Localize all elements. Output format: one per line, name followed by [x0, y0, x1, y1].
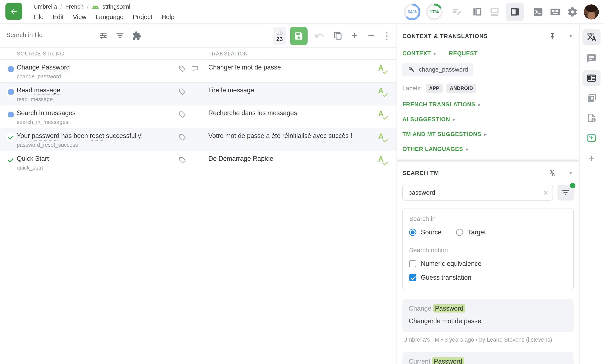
- back-button[interactable]: [5, 3, 22, 20]
- chevron-right-icon: ▸: [466, 147, 469, 152]
- section-other-languages[interactable]: OTHER LANGUAGES▸: [402, 146, 574, 152]
- comment-icon[interactable]: [191, 65, 199, 72]
- column-translation: TRANSLATION: [208, 51, 248, 57]
- tag-icon[interactable]: [178, 111, 186, 118]
- breadcrumb-project[interactable]: Umbrella: [34, 3, 57, 10]
- tag-icon[interactable]: [178, 156, 186, 164]
- panel-rail: +: [579, 24, 603, 364]
- counter-current: 15: [276, 30, 283, 36]
- user-avatar[interactable]: [584, 4, 599, 20]
- checkbox-numeric-equivalence[interactable]: Numeric equivalence: [409, 260, 567, 268]
- tm-search-input[interactable]: [408, 185, 534, 200]
- pin-icon[interactable]: [548, 32, 557, 41]
- add-panel-icon[interactable]: +: [582, 150, 601, 166]
- tasks-icon[interactable]: [451, 6, 463, 18]
- tab-context[interactable]: CONTEXT ▸: [402, 50, 436, 57]
- string-key: read_message: [17, 96, 53, 102]
- translation-text[interactable]: Recherche dans les messages: [208, 109, 297, 117]
- string-counter: 15 23: [273, 27, 286, 45]
- chevron-right-icon: ▸: [453, 117, 456, 122]
- context-panel-icon[interactable]: [582, 70, 601, 86]
- tab-request[interactable]: REQUEST: [449, 50, 478, 57]
- menu-project[interactable]: Project: [133, 13, 152, 21]
- filter-list-icon[interactable]: [115, 31, 125, 41]
- label-chip-android[interactable]: ANDROID: [446, 84, 476, 93]
- label-chip-app[interactable]: APP: [426, 84, 443, 93]
- translation-text[interactable]: Lire le message: [208, 86, 254, 94]
- source-string[interactable]: Your password has been reset successfull…: [17, 132, 143, 140]
- filter-active-badge: [570, 183, 575, 188]
- terminal-icon[interactable]: [532, 6, 544, 18]
- tm-result-source: Change Password: [409, 305, 568, 312]
- add-string-button[interactable]: +: [348, 29, 361, 42]
- duplicate-icon[interactable]: [333, 31, 343, 41]
- section-french-translations[interactable]: FRENCH TRANSLATIONS▸: [402, 101, 574, 108]
- search-options-card: Search in Source Target Search option Nu…: [402, 208, 574, 290]
- spellcheck-approved-icon[interactable]: A: [378, 64, 389, 75]
- menu-file[interactable]: File: [34, 13, 44, 21]
- file-info-panel-icon[interactable]: [582, 110, 601, 125]
- spellcheck-approved-icon[interactable]: A: [378, 132, 389, 143]
- source-string[interactable]: Read message: [17, 86, 60, 94]
- keyboard-icon[interactable]: [549, 6, 561, 18]
- source-string[interactable]: Change Password: [17, 64, 70, 71]
- comments-panel-icon[interactable]: [582, 51, 601, 66]
- layout-bottom-panel-icon[interactable]: [489, 6, 500, 18]
- breadcrumb-file[interactable]: strings.xml: [102, 3, 130, 10]
- undo-icon[interactable]: [314, 31, 325, 41]
- layout-right-panel-icon[interactable]: [506, 3, 524, 21]
- clear-search-icon[interactable]: ×: [543, 188, 548, 197]
- display-settings-icon[interactable]: [98, 31, 108, 41]
- plugins-puzzle-icon[interactable]: [131, 31, 142, 41]
- tag-icon[interactable]: [178, 88, 186, 95]
- tm-result-card[interactable]: Change Password Changer le mot de passe: [402, 299, 574, 332]
- menu-language[interactable]: Language: [96, 13, 124, 21]
- layout-left-panel-icon[interactable]: [472, 6, 483, 18]
- checkbox-checked-icon: [409, 274, 416, 281]
- settings-gear-icon[interactable]: [567, 6, 578, 18]
- spellcheck-approved-icon[interactable]: A: [378, 155, 389, 166]
- tm-result-card[interactable]: Current Password Mot de passe actuel!!!: [402, 352, 574, 364]
- remove-string-button[interactable]: −: [365, 29, 377, 42]
- panel-dropdown-icon[interactable]: ▾: [569, 33, 572, 39]
- tag-icon[interactable]: [178, 65, 186, 72]
- string-key-chip[interactable]: change_password: [402, 63, 473, 76]
- translation-text[interactable]: Votre mot de passe a été réinitialisé av…: [208, 132, 352, 140]
- menu-view[interactable]: View: [73, 13, 86, 21]
- spellcheck-approved-icon[interactable]: A: [378, 86, 389, 98]
- search-option-label: Search option: [409, 247, 567, 254]
- search-in-file-input[interactable]: [6, 31, 86, 38]
- section-tm-mt-suggestions[interactable]: TM AND MT SUGGESTIONS▸: [402, 131, 574, 137]
- save-button[interactable]: [290, 27, 308, 45]
- unpin-icon[interactable]: [548, 169, 557, 178]
- ai-panel-icon[interactable]: [582, 130, 601, 146]
- table-row[interactable]: Change Password change_password Changer …: [0, 60, 396, 83]
- translate-panel-icon[interactable]: [582, 29, 601, 45]
- radio-source[interactable]: Source: [409, 228, 441, 236]
- source-string[interactable]: Search in messages: [17, 109, 76, 117]
- progress-ring-translated[interactable]: 64%: [404, 4, 420, 20]
- search-tm-dropdown-icon[interactable]: ▾: [569, 170, 572, 176]
- translation-text[interactable]: Changer le mot de passe: [208, 64, 281, 71]
- menu-help[interactable]: Help: [162, 13, 174, 21]
- tm-filter-button[interactable]: [557, 185, 574, 201]
- menu-edit[interactable]: Edit: [53, 13, 64, 21]
- checkbox-guess-translation[interactable]: Guess translation: [409, 274, 567, 281]
- translation-text[interactable]: De Démarrage Rapide: [208, 155, 273, 162]
- table-row[interactable]: Your password has been reset successfull…: [0, 128, 396, 151]
- table-row[interactable]: Search in messages search_in_messages Re…: [0, 105, 396, 128]
- progress-ring-reviewed[interactable]: 17%: [426, 4, 443, 20]
- column-source-string: SOURCE STRING: [17, 51, 65, 57]
- section-ai-suggestion[interactable]: AI SUGGESTION▸: [402, 116, 574, 123]
- radio-unselected-icon: [456, 229, 463, 236]
- more-options-kebab-icon[interactable]: ⋮: [381, 29, 393, 42]
- tm-glossary-panel-icon[interactable]: [582, 91, 601, 106]
- spellcheck-approved-icon[interactable]: A: [378, 109, 389, 121]
- breadcrumb-language[interactable]: French: [65, 3, 83, 10]
- checkbox-unchecked-icon: [409, 260, 416, 267]
- radio-target[interactable]: Target: [456, 228, 486, 236]
- tag-icon[interactable]: [178, 133, 186, 141]
- table-row[interactable]: Quick Start quick_start De Démarrage Rap…: [0, 151, 396, 174]
- table-row[interactable]: Read message read_message Lire le messag…: [0, 83, 396, 105]
- source-string[interactable]: Quick Start: [17, 155, 49, 162]
